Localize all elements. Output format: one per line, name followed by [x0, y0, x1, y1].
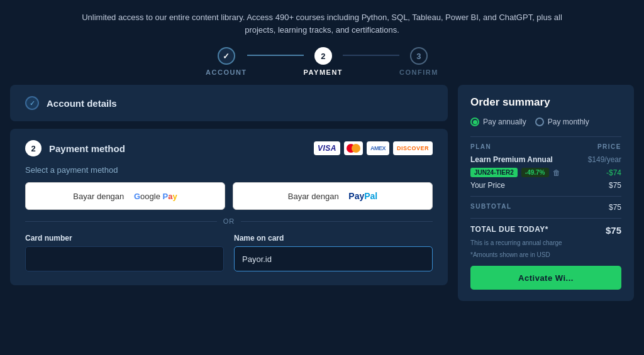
total-due-label: TOTAL DUE TODAY*: [470, 225, 548, 236]
main-content: ✓ Account details 2 Payment method VISA …: [0, 85, 644, 301]
your-price-value: $75: [609, 181, 621, 190]
or-text: OR: [223, 217, 235, 225]
your-price-label: Your Price: [470, 181, 505, 190]
total-due-row: TOTAL DUE TODAY* $75: [470, 225, 621, 236]
step-line-1: [247, 55, 304, 56]
step-payment: 2 PAYMENT: [304, 47, 343, 76]
coupon-code-badge: JUN24-TIER2: [470, 168, 518, 177]
plan-name-row: Learn Premium Annual $149/year: [470, 155, 621, 164]
subtotal-row: SUBTOTAL $75: [470, 203, 621, 212]
select-method-label: Select a payment method: [25, 165, 433, 175]
or-line-left: [25, 221, 217, 222]
order-summary-panel: Order summary Pay annually Pay monthly P…: [458, 85, 634, 301]
visa-icon: VISA: [314, 141, 340, 155]
pay-annually-label: Pay annually: [483, 117, 526, 126]
total-due-value: $75: [606, 225, 621, 236]
step-account-label: ACCOUNT: [206, 68, 247, 76]
your-price-row: Your Price $75: [470, 181, 621, 190]
payment-title-group: 2 Payment method: [25, 140, 125, 156]
remove-coupon-icon[interactable]: 🗑: [553, 168, 560, 177]
payment-buttons-row: Bayar dengan Google Pay Bayar dengan Pay…: [25, 182, 433, 210]
summary-columns-header: PLAN PRICE: [470, 143, 621, 150]
payment-method-title: Payment method: [49, 143, 125, 154]
mastercard-icon: [344, 141, 363, 155]
name-on-card-label: Name on card: [234, 234, 433, 243]
account-details-row: ✓ Account details: [25, 96, 433, 110]
card-form-row: Card number Name on card: [25, 234, 433, 271]
summary-divider-3: [470, 218, 621, 219]
paypal-logo: PayPal: [348, 191, 377, 201]
pay-monthly-radio[interactable]: [535, 117, 544, 126]
paypal-label-text: Bayar dengan: [288, 192, 339, 201]
subtotal-label: SUBTOTAL: [470, 203, 512, 212]
card-number-input[interactable]: [25, 246, 224, 271]
card-icons-group: VISA AMEX DISCOVER: [314, 141, 433, 155]
step-confirm: 3 CONFIRM: [399, 47, 438, 76]
gpay-button[interactable]: Bayar dengan Google Pay: [25, 182, 225, 210]
payment-step-number: 2: [25, 140, 42, 156]
order-summary-title: Order summary: [470, 96, 621, 109]
or-line-right: [241, 221, 433, 222]
coupon-row: JUN24-TIER2 -49.7% 🗑 -$74: [470, 168, 621, 177]
step-account-circle: ✓: [218, 47, 235, 65]
account-details-card: ✓ Account details: [10, 85, 448, 121]
plan-name: Learn Premium Annual: [470, 155, 553, 164]
payment-header-row: 2 Payment method VISA AMEX DISCOVER: [25, 140, 433, 156]
price-column-header: PRICE: [597, 143, 621, 150]
card-number-group: Card number: [25, 234, 224, 271]
plan-column-header: PLAN: [470, 143, 491, 150]
activate-button[interactable]: Activate Wi...: [470, 266, 621, 290]
name-on-card-group: Name on card: [234, 234, 433, 271]
amex-icon: AMEX: [367, 141, 389, 155]
gpay-logo: Google Pay: [134, 192, 177, 201]
or-divider: OR: [25, 217, 433, 225]
billing-toggle: Pay annually Pay monthly: [470, 117, 621, 126]
pay-monthly-option[interactable]: Pay monthly: [535, 117, 589, 126]
left-panel: ✓ Account details 2 Payment method VISA …: [10, 85, 448, 301]
pay-annually-radio[interactable]: [470, 117, 479, 126]
payment-method-card: 2 Payment method VISA AMEX DISCOVER Sele…: [10, 129, 448, 285]
discount-amount: -$74: [606, 168, 621, 177]
discover-icon: DISCOVER: [393, 141, 433, 155]
subtotal-value: $75: [609, 203, 621, 212]
account-details-title: Account details: [47, 98, 117, 109]
card-number-label: Card number: [25, 234, 224, 243]
usd-note: *Amounts shown are in USD: [470, 251, 621, 258]
step-account: ✓ ACCOUNT: [206, 47, 247, 76]
account-check-icon: ✓: [25, 96, 39, 110]
pay-monthly-label: Pay monthly: [548, 117, 589, 126]
header-description: Unlimited access to our entire content l…: [75, 11, 569, 36]
step-line-2: [343, 55, 399, 56]
step-payment-circle: 2: [314, 47, 332, 65]
pay-annually-option[interactable]: Pay annually: [470, 117, 526, 126]
summary-divider-1: [470, 136, 621, 137]
step-confirm-label: CONFIRM: [399, 68, 438, 76]
plan-price: $149/year: [588, 155, 621, 164]
paypal-button[interactable]: Bayar dengan PayPal: [233, 182, 433, 210]
step-confirm-circle: 3: [410, 47, 428, 65]
summary-divider-2: [470, 196, 621, 197]
recurring-note: This is a recurring annual charge: [470, 239, 621, 246]
gpay-label-text: Bayar dengan: [73, 192, 124, 201]
page-header: Unlimited access to our entire content l…: [0, 0, 644, 36]
discount-percentage: -49.7%: [521, 168, 549, 177]
name-on-card-input[interactable]: [234, 246, 433, 271]
step-payment-label: PAYMENT: [304, 68, 343, 76]
steps-progress: ✓ ACCOUNT 2 PAYMENT 3 CONFIRM: [0, 36, 644, 85]
